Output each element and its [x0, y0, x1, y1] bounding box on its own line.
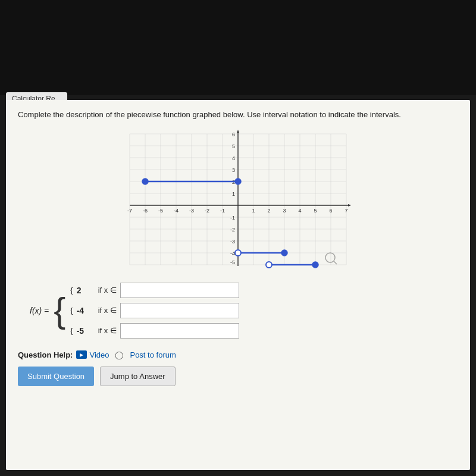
svg-text:5: 5 [232, 143, 235, 149]
svg-text:-5: -5 [158, 208, 163, 214]
svg-text:-2: -2 [205, 208, 209, 214]
case-input-3[interactable] [120, 323, 239, 339]
svg-point-60 [235, 250, 241, 256]
svg-text:-7: -7 [127, 208, 132, 214]
buttons-row: Submit Question Jump to Answer [18, 367, 458, 386]
svg-text:1: 1 [232, 191, 235, 197]
svg-text:-4: -4 [230, 250, 235, 256]
svg-text:4: 4 [298, 208, 301, 214]
question-text: Complete the description of the piecewis… [18, 109, 458, 121]
svg-text:-3: -3 [189, 208, 194, 214]
svg-point-65 [325, 253, 335, 262]
brace: { [54, 293, 65, 328]
submit-question-button[interactable]: Submit Question [18, 367, 94, 386]
case-row-2: { -4 if x ∈ [70, 303, 239, 318]
case-condition-label-1: if x ∈ [98, 286, 117, 295]
case-value-1: 2 [77, 286, 95, 295]
forum-button[interactable]: Post to forum [130, 350, 176, 359]
svg-point-58 [235, 178, 241, 184]
svg-text:-2: -2 [230, 227, 235, 233]
forum-label: Post to forum [130, 350, 176, 359]
svg-text:-1: -1 [220, 208, 225, 214]
svg-text:1: 1 [252, 208, 255, 214]
svg-text:4: 4 [232, 155, 235, 161]
fx-label: f(x) = [30, 306, 49, 315]
case-condition-label-2: if x ∈ [98, 306, 117, 315]
svg-text:-1: -1 [230, 215, 235, 221]
svg-text:-6: -6 [143, 208, 148, 214]
svg-text:6: 6 [232, 131, 235, 137]
case-value-3: -5 [77, 326, 95, 336]
svg-line-66 [334, 261, 337, 264]
svg-text:7: 7 [345, 208, 347, 214]
case-input-1[interactable] [120, 283, 239, 298]
question-help: Question Help: Video ◯ Post to forum [18, 350, 458, 359]
svg-point-64 [312, 262, 318, 268]
case-condition-label-3: if x ∈ [98, 326, 117, 335]
svg-point-57 [142, 178, 148, 184]
main-content: Complete the description of the piecewis… [6, 100, 470, 470]
function-section: f(x) = { { 2 if x ∈ { -4 if x ∈ { -5 if … [30, 283, 458, 339]
graph-container: -7 -6 -5 -4 -3 -2 -1 1 2 3 4 5 6 7 6 5 4… [125, 128, 351, 271]
video-icon [76, 350, 87, 359]
svg-text:3: 3 [283, 208, 286, 214]
jump-to-answer-button[interactable]: Jump to Answer [100, 367, 176, 386]
svg-text:5: 5 [314, 208, 317, 214]
help-label: Question Help: [18, 350, 73, 359]
svg-marker-30 [237, 130, 239, 133]
svg-text:3: 3 [232, 167, 235, 173]
graph-svg: -7 -6 -5 -4 -3 -2 -1 1 2 3 4 5 6 7 6 5 4… [125, 128, 351, 271]
case-input-2[interactable] [120, 303, 239, 318]
svg-marker-29 [348, 204, 351, 206]
svg-point-63 [266, 262, 272, 268]
case-row-3: { -5 if x ∈ [70, 323, 239, 339]
case-value-2: -4 [77, 306, 95, 315]
video-button[interactable]: Video [76, 350, 109, 359]
svg-point-61 [281, 250, 287, 256]
svg-text:6: 6 [329, 208, 332, 214]
svg-text:-3: -3 [230, 239, 235, 245]
svg-text:-4: -4 [174, 208, 178, 214]
svg-text:-5: -5 [230, 259, 235, 265]
case-row-1: { 2 if x ∈ [70, 283, 239, 298]
video-label: Video [89, 350, 109, 359]
cases-container: { 2 if x ∈ { -4 if x ∈ { -5 if x ∈ [70, 283, 239, 339]
svg-text:2: 2 [267, 208, 270, 214]
